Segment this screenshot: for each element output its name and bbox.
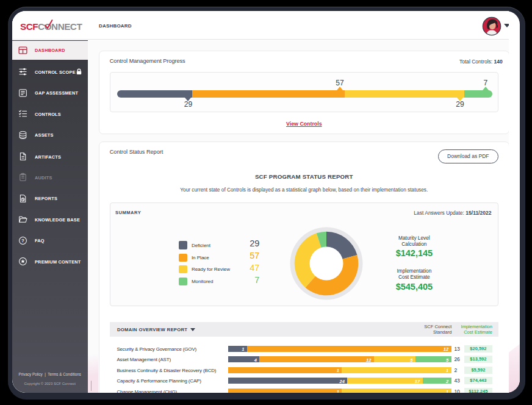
svg-text:?: ? [21, 238, 24, 243]
